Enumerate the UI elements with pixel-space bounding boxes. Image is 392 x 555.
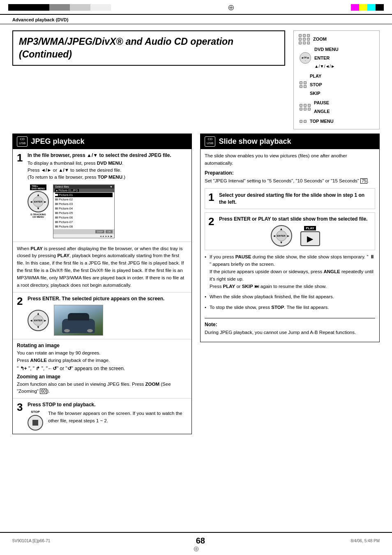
jpeg-section-title: JPEG playback [31, 137, 84, 146]
slideshow-intro: The slide show enables you to view pictu… [201, 149, 379, 170]
right-step2-title: Press ENTER or PLAY to start slide show … [219, 216, 371, 222]
remote-stop-label: STOP [310, 81, 322, 89]
car-photo [54, 305, 103, 336]
bottom-crosshair: ⊕ [193, 544, 199, 553]
left-column: CD USB JPEG playback 1 In the file brows… [12, 134, 192, 434]
remote-pause-label: PAUSE [314, 99, 330, 107]
file-browser-screen: Select files ▼ ● Picture-01.JPG Picture-… [53, 184, 115, 238]
remote-dvdmenu-label: DVD MENU [314, 45, 339, 54]
crosshair-icon: ⊕ [228, 2, 235, 12]
title-section: MP3/WMA/JPEG/DivX® and Audio CD operatio… [12, 30, 285, 66]
remote-nav-label: ▲/▼/◄/► [314, 62, 339, 71]
step3-box: 3 Press STOP to end playback. STOP The f… [13, 398, 191, 434]
color-block-yellow [359, 4, 367, 11]
breadcrumb: Advanced playback (DVD) [0, 15, 392, 24]
zooming-text: Zoom function also can be used in viewin… [17, 381, 187, 395]
color-block-black [376, 4, 384, 11]
step2-number: 2 [17, 296, 25, 306]
right-step2-number: 2 [208, 216, 217, 227]
rotating-heading: Rotating an image [17, 343, 187, 348]
mark-lighter [90, 4, 111, 11]
remote-enter-label: ENTER [314, 54, 339, 62]
right-enter-button: ▲ ▼ ◄ ► ENTER [271, 225, 292, 246]
right-column: CD USB Slide show playback The slide sho… [200, 134, 380, 342]
preparation-heading: Preparation: [205, 170, 375, 176]
note-text: During JPEG playback, you cannot use Jum… [205, 329, 375, 336]
cd-usb-badge-right: CD USB [205, 136, 215, 147]
stop-button-diagram: STOP [28, 410, 43, 431]
mark-black1 [8, 4, 29, 11]
remote-zoom-label: ZOOM [313, 35, 327, 44]
remote-topmenu-label: TOP MENU [310, 117, 334, 126]
slideshow-section-header: CD USB Slide show playback [201, 134, 379, 149]
step3-number: 3 [17, 402, 25, 412]
step3-body: The file browser appears on the screen. … [48, 410, 187, 424]
color-block-cyan [367, 4, 376, 11]
main-title: MP3/WMA/JPEG/DivX® and Audio CD operatio… [12, 30, 285, 66]
step1-box: 1 In the file browser, press ▲/▼ to sele… [13, 149, 191, 242]
remote-angle-label: ANGLE [314, 107, 330, 116]
right-step1-box: 1 Select your desired starting file for … [205, 188, 375, 210]
symbol-line: " ↰+ ", " ↱ ", "←↺" or "↺" appears on th… [17, 366, 187, 371]
note-heading: Note: [205, 322, 375, 327]
enter-button-diagram: TRK+DVD MENU ▲ ▼ ◄ ► ENTER D.TRACKINGCD … [28, 184, 49, 218]
remote-skip-label: SKIP [310, 89, 322, 98]
step1-title: In the file browser, press ▲/▼ to select… [28, 152, 171, 158]
bullet-items: • If you press PAUSE during the slide sh… [201, 253, 379, 318]
jpeg-body-text: When PLAY is pressed after displaying th… [13, 242, 191, 293]
step2-box: 2 Press ENTER. The selected picture appe… [13, 292, 191, 339]
step2-title: Press ENTER. The selected picture appear… [28, 296, 187, 302]
remote-play-label: PLAY [310, 72, 322, 81]
rotating-text: You can rotate an image by 90 degrees.Pr… [17, 350, 187, 364]
color-block-magenta [351, 4, 359, 11]
preparation-section: Preparation: Set "JPEG Interval" setting… [201, 170, 379, 188]
right-step2-box: 2 Press ENTER or PLAY to start slide sho… [205, 212, 375, 250]
step1-body1: To display a thumbnail list, press DVD M… [28, 160, 171, 181]
slideshow-section-title: Slide show playback [219, 137, 291, 146]
rotating-section: Rotating an image You can rotate an imag… [13, 339, 191, 398]
mark-black2 [29, 4, 49, 11]
step1-number: 1 [17, 152, 25, 163]
preparation-text: Set "JPEG Interval" setting to "5 Second… [205, 177, 375, 184]
note-box: Note: During JPEG playback, you cannot u… [205, 318, 375, 338]
step2-enter-button: ▲ ▼ ◄ ► ENTER [28, 310, 49, 331]
cd-usb-badge-left: CD USB [17, 136, 28, 147]
mark-gray [49, 4, 70, 11]
play-button-diagram: PLAY ▶ [300, 226, 320, 246]
jpeg-section-header: CD USB JPEG playback [13, 134, 191, 149]
zooming-heading: Zooming an image [17, 374, 187, 380]
step3-title: Press STOP to end playback. [28, 402, 187, 408]
mark-light [70, 4, 90, 11]
right-step1-number: 1 [208, 192, 217, 203]
remote-diagram: ZOOM ▲ ▼ ◄ ► OK DVD MENU ENTER ▲/▼/◄/► [293, 30, 380, 129]
right-step1-title: Select your desired starting file for th… [219, 192, 371, 206]
